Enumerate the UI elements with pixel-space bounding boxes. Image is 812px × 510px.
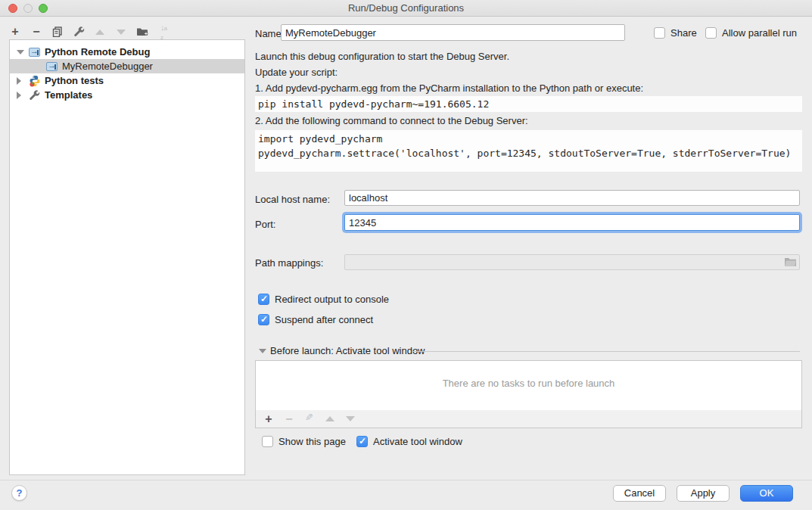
- remove-icon[interactable]: −: [283, 413, 295, 425]
- edit-pencil-icon[interactable]: [303, 413, 316, 425]
- show-this-page-checkbox-label: Show this page: [278, 436, 346, 447]
- remove-icon[interactable]: −: [30, 26, 42, 38]
- move-up-icon[interactable]: [94, 26, 106, 38]
- window-title: Run/Debug Configurations: [0, 2, 812, 14]
- add-icon[interactable]: +: [9, 26, 21, 38]
- share-checkbox-label: Share: [670, 27, 697, 39]
- port-input[interactable]: [344, 214, 800, 231]
- suspend-after-connect-checkbox[interactable]: Suspend after connect: [258, 314, 373, 325]
- description-line: Update your script:: [255, 67, 338, 78]
- name-input[interactable]: [281, 24, 625, 41]
- new-folder-icon[interactable]: [136, 26, 148, 38]
- copy-icon[interactable]: [51, 26, 64, 38]
- run-debug-configurations-dialog: Run/Debug Configurations + −: [0, 0, 812, 510]
- tree-item-label: Python tests: [45, 75, 104, 86]
- help-button-label: ?: [17, 487, 23, 499]
- show-this-page-checkbox-box: [262, 436, 273, 447]
- description-line: 2. Add the following command to connect …: [255, 115, 528, 126]
- code-line: pydevd_pycharm.settrace('localhost', por…: [258, 146, 799, 160]
- remote-debug-icon: [29, 46, 41, 58]
- port-label: Port:: [255, 219, 275, 230]
- allow-parallel-run-checkbox-box: [705, 27, 717, 39]
- help-button[interactable]: ?: [11, 485, 27, 501]
- tree-item-myremotedebugger[interactable]: MyRemoteDebugger: [10, 59, 244, 73]
- move-down-icon[interactable]: [115, 26, 127, 38]
- ok-button[interactable]: OK: [740, 485, 793, 502]
- footer-separator: [0, 480, 812, 480]
- path-mappings-input[interactable]: [344, 254, 800, 270]
- cancel-button[interactable]: Cancel: [613, 485, 666, 502]
- suspend-after-connect-checkbox-box: [258, 314, 269, 325]
- before-launch-header: Before launch: Activate tool window: [270, 345, 425, 356]
- chevron-down-icon[interactable]: [17, 50, 24, 54]
- tree-item-python-tests[interactable]: Python tests: [10, 73, 244, 88]
- configurations-toolbar: + − ↓az: [9, 24, 170, 39]
- tree-item-templates[interactable]: Templates: [10, 88, 244, 102]
- move-down-icon[interactable]: [344, 413, 356, 425]
- suspend-after-connect-checkbox-label: Suspend after connect: [275, 314, 373, 325]
- python-tests-icon: [29, 75, 41, 87]
- settrace-code-block: import pydevd_pycharm pydevd_pycharm.set…: [255, 130, 802, 172]
- local-host-name-label: Local host name:: [255, 194, 330, 205]
- title-bar: Run/Debug Configurations: [0, 0, 812, 17]
- pip-install-code-block: pip install pydevd-pycharm~=191.6605.12: [255, 96, 802, 112]
- chevron-right-icon[interactable]: [17, 92, 21, 99]
- show-this-page-checkbox[interactable]: Show this page: [262, 436, 346, 447]
- allow-parallel-run-checkbox[interactable]: Allow parallel run: [705, 27, 797, 39]
- local-host-name-input[interactable]: [344, 190, 800, 206]
- no-tasks-message: There are no tasks to run before launch: [256, 378, 801, 389]
- redirect-output-checkbox[interactable]: Redirect output to console: [258, 294, 389, 305]
- description-line: 1. Add pydevd-pycharm.egg from the PyCha…: [255, 82, 643, 94]
- wrench-icon: [29, 89, 41, 101]
- code-line: import pydevd_pycharm: [258, 132, 799, 146]
- name-label: Name:: [255, 28, 284, 39]
- tree-item-python-remote-debug[interactable]: Python Remote Debug: [10, 45, 244, 59]
- chevron-right-icon[interactable]: [17, 77, 21, 85]
- tree-item-label: Python Remote Debug: [45, 46, 150, 58]
- activate-tool-window-checkbox-box: [356, 436, 368, 447]
- browse-folder-icon[interactable]: [784, 257, 797, 267]
- share-checkbox[interactable]: Share: [654, 27, 697, 39]
- activate-tool-window-checkbox-label: Activate tool window: [373, 436, 462, 447]
- remote-debug-icon: [46, 61, 58, 73]
- add-icon[interactable]: +: [263, 413, 275, 425]
- apply-button[interactable]: Apply: [677, 485, 730, 502]
- before-launch-collapse-icon[interactable]: [259, 349, 266, 353]
- share-checkbox-box: [654, 27, 665, 39]
- configurations-tree: Python Remote Debug MyRemoteDebugger Pyt…: [9, 39, 245, 475]
- tree-item-label: Templates: [45, 89, 92, 101]
- allow-parallel-run-checkbox-label: Allow parallel run: [722, 27, 797, 39]
- before-launch-separator: [412, 351, 800, 352]
- before-launch-toolbar: + −: [255, 410, 802, 428]
- redirect-output-checkbox-label: Redirect output to console: [275, 294, 389, 305]
- before-launch-task-list[interactable]: There are no tasks to run before launch: [255, 360, 802, 411]
- edit-wrench-icon[interactable]: [73, 26, 85, 38]
- activate-tool-window-checkbox[interactable]: Activate tool window: [356, 436, 462, 447]
- move-up-icon[interactable]: [324, 413, 336, 425]
- path-mappings-label: Path mappings:: [255, 257, 323, 269]
- redirect-output-checkbox-box: [258, 294, 269, 305]
- description-line: Launch this debug configuration to start…: [255, 51, 509, 62]
- tree-item-label: MyRemoteDebugger: [62, 61, 153, 72]
- sort-alphabetically-icon[interactable]: ↓az: [157, 26, 170, 38]
